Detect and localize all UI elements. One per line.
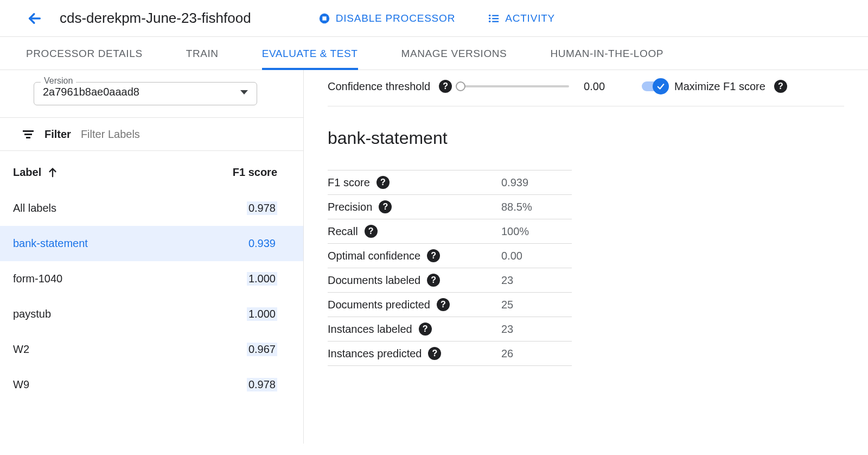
svg-rect-8 — [492, 21, 499, 22]
metric-value: 88.5% — [501, 201, 572, 213]
activity-label: ACTIVITY — [505, 12, 555, 24]
table-row[interactable]: All labels0.978 — [0, 191, 303, 226]
row-label: form-1040 — [13, 273, 62, 285]
confidence-value: 0.00 — [578, 80, 605, 93]
page-title: cds-derekpm-June-23-fishfood — [60, 10, 251, 27]
table-row[interactable]: W20.967 — [0, 332, 303, 367]
table-row[interactable]: bank-statement0.939 — [0, 226, 303, 261]
metric-label: Documents labeled — [328, 274, 420, 287]
row-f1: 0.978 — [247, 201, 277, 215]
metric-row: Documents labeled?23 — [328, 268, 572, 292]
filter-bar: Filter — [0, 117, 303, 151]
disable-processor-label: DISABLE PROCESSOR — [336, 12, 456, 24]
disable-processor-button[interactable]: DISABLE PROCESSOR — [318, 12, 456, 24]
help-icon[interactable]: ? — [439, 80, 452, 93]
activity-button[interactable]: ACTIVITY — [488, 12, 555, 24]
row-label: W9 — [13, 378, 29, 391]
svg-rect-10 — [24, 134, 32, 135]
version-dropdown[interactable]: Version 2a7961b8ae0aaad8 — [34, 82, 257, 105]
svg-rect-9 — [23, 130, 34, 132]
back-arrow-icon[interactable] — [27, 11, 42, 26]
row-label: All labels — [13, 202, 56, 214]
metric-value: 25 — [501, 299, 572, 311]
version-legend: Version — [41, 76, 76, 86]
filter-label: Filter — [44, 128, 71, 141]
metric-label: Documents predicted — [328, 299, 430, 311]
header-actions: DISABLE PROCESSOR ACTIVITY — [318, 12, 555, 24]
detail-title: bank-statement — [328, 128, 844, 148]
filter-icon — [22, 128, 35, 141]
svg-rect-11 — [26, 137, 30, 138]
metric-label: Instances predicted — [328, 347, 422, 360]
row-label: W2 — [13, 343, 29, 356]
switch-check-icon — [653, 78, 669, 94]
f1-column-header[interactable]: F1 score — [233, 166, 277, 179]
svg-point-4 — [489, 17, 491, 20]
row-f1: 0.978 — [247, 378, 277, 391]
version-value: 2a7961b8ae0aaad8 — [43, 86, 139, 98]
metric-label: Instances labeled — [328, 323, 412, 336]
metrics-table: F1 score?0.939Precision?88.5%Recall?100%… — [328, 170, 572, 366]
help-icon[interactable]: ? — [774, 80, 787, 93]
metric-label: Optimal confidence — [328, 250, 420, 262]
help-icon[interactable]: ? — [427, 274, 440, 287]
metric-row: F1 score?0.939 — [328, 170, 572, 194]
row-f1: 1.000 — [247, 272, 277, 286]
help-icon[interactable]: ? — [437, 298, 450, 311]
label-column-text: Label — [13, 166, 41, 179]
detail-panel: Confidence threshold ? 0.00 Maximize F1 … — [304, 70, 868, 444]
metric-value: 0.939 — [501, 176, 572, 189]
metric-label: Precision — [328, 201, 372, 213]
top-controls: Confidence threshold ? 0.00 Maximize F1 … — [328, 80, 844, 106]
row-f1: 0.939 — [247, 237, 277, 250]
confidence-threshold-label: Confidence threshold — [328, 80, 430, 93]
maximize-f1-label: Maximize F1 score — [674, 80, 765, 93]
metric-value: 0.00 — [501, 250, 572, 262]
metric-row: Instances predicted?26 — [328, 341, 572, 366]
tab-evaluate-test[interactable]: EVALUATE & TEST — [262, 48, 358, 69]
metric-row: Precision?88.5% — [328, 194, 572, 219]
tab-train[interactable]: TRAIN — [186, 48, 219, 69]
tabs-bar: PROCESSOR DETAILSTRAINEVALUATE & TESTMAN… — [0, 36, 868, 70]
help-icon[interactable]: ? — [376, 176, 390, 189]
svg-rect-7 — [492, 18, 499, 19]
confidence-slider[interactable] — [461, 85, 569, 87]
header-bar: cds-derekpm-June-23-fishfood DISABLE PRO… — [0, 0, 868, 36]
metric-value: 23 — [501, 323, 572, 336]
label-column-header[interactable]: Label — [13, 166, 59, 179]
metric-row: Recall?100% — [328, 219, 572, 243]
metric-value: 23 — [501, 274, 572, 287]
chevron-down-icon — [240, 90, 248, 94]
metric-row: Optimal confidence?0.00 — [328, 243, 572, 268]
metric-label: F1 score — [328, 176, 370, 189]
left-panel: Version 2a7961b8ae0aaad8 Filter Label — [0, 70, 304, 444]
tab-manage-versions[interactable]: MANAGE VERSIONS — [401, 48, 507, 69]
sort-arrow-up-icon — [47, 167, 59, 179]
slider-thumb[interactable] — [456, 81, 465, 91]
tab-human-in-the-loop[interactable]: HUMAN-IN-THE-LOOP — [550, 48, 663, 69]
stop-icon — [318, 12, 330, 24]
table-row[interactable]: paystub1.000 — [0, 296, 303, 332]
labels-table: Label F1 score All labels0.978bank-state… — [0, 151, 303, 402]
metric-label: Recall — [328, 225, 358, 238]
help-icon[interactable]: ? — [427, 249, 440, 262]
maximize-f1-switch[interactable] — [642, 81, 666, 91]
svg-rect-6 — [492, 15, 499, 16]
table-header: Label F1 score — [0, 151, 303, 191]
row-label: bank-statement — [13, 237, 88, 250]
tab-processor-details[interactable]: PROCESSOR DETAILS — [26, 48, 143, 69]
svg-point-3 — [489, 14, 491, 16]
table-row[interactable]: form-10401.000 — [0, 261, 303, 296]
help-icon[interactable]: ? — [428, 347, 441, 360]
row-f1: 0.967 — [247, 343, 277, 356]
help-icon[interactable]: ? — [419, 323, 432, 336]
metric-value: 26 — [501, 347, 572, 360]
filter-input[interactable] — [81, 128, 287, 141]
help-icon[interactable]: ? — [379, 200, 392, 213]
svg-rect-2 — [322, 16, 326, 20]
metric-row: Documents predicted?25 — [328, 292, 572, 317]
table-row[interactable]: W90.978 — [0, 367, 303, 402]
svg-point-5 — [489, 20, 491, 22]
help-icon[interactable]: ? — [365, 225, 378, 238]
metric-row: Instances labeled?23 — [328, 317, 572, 341]
